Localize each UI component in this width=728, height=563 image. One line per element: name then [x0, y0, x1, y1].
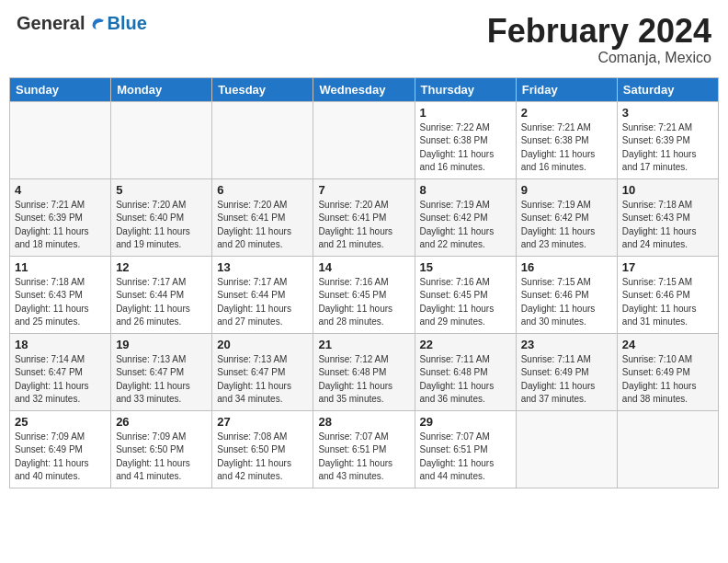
day-number: 25	[15, 415, 106, 429]
calendar-cell: 12Sunrise: 7:17 AM Sunset: 6:44 PM Dayli…	[111, 256, 212, 333]
calendar-cell: 16Sunrise: 7:15 AM Sunset: 6:46 PM Dayli…	[516, 256, 617, 333]
day-number: 4	[15, 183, 106, 197]
calendar-cell	[111, 101, 212, 178]
day-info: Sunrise: 7:20 AM Sunset: 6:40 PM Dayligh…	[116, 199, 207, 252]
day-number: 3	[622, 106, 713, 120]
calendar-cell: 5Sunrise: 7:20 AM Sunset: 6:40 PM Daylig…	[111, 178, 212, 256]
day-info: Sunrise: 7:09 AM Sunset: 6:50 PM Dayligh…	[116, 431, 207, 484]
day-info: Sunrise: 7:18 AM Sunset: 6:43 PM Dayligh…	[15, 276, 106, 329]
calendar-cell: 24Sunrise: 7:10 AM Sunset: 6:49 PM Dayli…	[617, 333, 718, 410]
logo-bird-icon	[86, 14, 107, 34]
month-year-title: February 2024	[487, 13, 711, 50]
day-info: Sunrise: 7:19 AM Sunset: 6:42 PM Dayligh…	[521, 199, 612, 252]
calendar-cell: 15Sunrise: 7:16 AM Sunset: 6:45 PM Dayli…	[415, 256, 516, 333]
day-info: Sunrise: 7:14 AM Sunset: 6:47 PM Dayligh…	[15, 353, 106, 407]
day-info: Sunrise: 7:13 AM Sunset: 6:47 PM Dayligh…	[116, 353, 207, 407]
calendar-cell: 14Sunrise: 7:16 AM Sunset: 6:45 PM Dayli…	[313, 256, 415, 333]
day-info: Sunrise: 7:07 AM Sunset: 6:51 PM Dayligh…	[318, 431, 409, 484]
day-number: 26	[116, 415, 207, 429]
calendar-cell	[313, 101, 415, 178]
location-subtitle: Comanja, Mexico	[487, 50, 711, 66]
page-header: General Blue February 2024 Comanja, Mexi…	[9, 9, 719, 70]
day-number: 5	[116, 183, 207, 197]
day-info: Sunrise: 7:20 AM Sunset: 6:41 PM Dayligh…	[217, 199, 308, 252]
calendar-cell: 3Sunrise: 7:21 AM Sunset: 6:39 PM Daylig…	[617, 101, 718, 178]
day-number: 20	[217, 338, 308, 351]
day-info: Sunrise: 7:16 AM Sunset: 6:45 PM Dayligh…	[318, 276, 409, 329]
calendar-cell: 13Sunrise: 7:17 AM Sunset: 6:44 PM Dayli…	[212, 256, 313, 333]
calendar-cell: 20Sunrise: 7:13 AM Sunset: 6:47 PM Dayli…	[212, 333, 313, 410]
calendar-cell: 10Sunrise: 7:18 AM Sunset: 6:43 PM Dayli…	[617, 178, 718, 256]
day-info: Sunrise: 7:11 AM Sunset: 6:49 PM Dayligh…	[521, 353, 612, 407]
day-number: 28	[318, 415, 409, 429]
day-number: 27	[217, 415, 308, 429]
weekday-header-saturday: Saturday	[617, 77, 718, 101]
day-number: 23	[521, 338, 612, 351]
day-number: 24	[622, 338, 713, 351]
calendar-cell: 7Sunrise: 7:20 AM Sunset: 6:41 PM Daylig…	[313, 178, 415, 256]
day-number: 11	[15, 260, 106, 274]
weekday-header-thursday: Thursday	[415, 77, 516, 101]
logo: General Blue	[17, 13, 147, 34]
calendar-cell: 17Sunrise: 7:15 AM Sunset: 6:46 PM Dayli…	[617, 256, 718, 333]
logo-general: General	[17, 13, 85, 34]
day-info: Sunrise: 7:18 AM Sunset: 6:43 PM Dayligh…	[622, 199, 713, 252]
calendar-week-row: 25Sunrise: 7:09 AM Sunset: 6:49 PM Dayli…	[10, 410, 719, 488]
day-number: 12	[116, 260, 207, 274]
day-number: 19	[116, 338, 207, 351]
day-number: 2	[521, 106, 612, 120]
day-info: Sunrise: 7:15 AM Sunset: 6:46 PM Dayligh…	[622, 276, 713, 329]
day-number: 7	[318, 183, 409, 197]
day-info: Sunrise: 7:17 AM Sunset: 6:44 PM Dayligh…	[116, 276, 207, 329]
calendar-cell: 11Sunrise: 7:18 AM Sunset: 6:43 PM Dayli…	[10, 256, 111, 333]
calendar-cell: 1Sunrise: 7:22 AM Sunset: 6:38 PM Daylig…	[415, 101, 516, 178]
calendar-body: 1Sunrise: 7:22 AM Sunset: 6:38 PM Daylig…	[10, 101, 719, 488]
day-info: Sunrise: 7:09 AM Sunset: 6:49 PM Dayligh…	[15, 431, 106, 484]
day-number: 18	[15, 338, 106, 351]
weekday-header-tuesday: Tuesday	[212, 77, 313, 101]
calendar-cell: 25Sunrise: 7:09 AM Sunset: 6:49 PM Dayli…	[10, 410, 111, 488]
calendar-cell: 2Sunrise: 7:21 AM Sunset: 6:38 PM Daylig…	[516, 101, 617, 178]
day-number: 13	[217, 260, 308, 274]
calendar-week-row: 11Sunrise: 7:18 AM Sunset: 6:43 PM Dayli…	[10, 256, 719, 333]
day-info: Sunrise: 7:07 AM Sunset: 6:51 PM Dayligh…	[420, 431, 511, 484]
weekday-header-sunday: Sunday	[10, 77, 111, 101]
calendar-cell: 29Sunrise: 7:07 AM Sunset: 6:51 PM Dayli…	[415, 410, 516, 488]
day-info: Sunrise: 7:20 AM Sunset: 6:41 PM Dayligh…	[318, 199, 409, 252]
calendar-week-row: 1Sunrise: 7:22 AM Sunset: 6:38 PM Daylig…	[10, 101, 719, 178]
calendar-cell: 26Sunrise: 7:09 AM Sunset: 6:50 PM Dayli…	[111, 410, 212, 488]
day-number: 8	[420, 183, 511, 197]
calendar-cell: 28Sunrise: 7:07 AM Sunset: 6:51 PM Dayli…	[313, 410, 415, 488]
day-info: Sunrise: 7:12 AM Sunset: 6:48 PM Dayligh…	[318, 353, 409, 407]
day-number: 14	[318, 260, 409, 274]
calendar-cell	[212, 101, 313, 178]
calendar-cell: 8Sunrise: 7:19 AM Sunset: 6:42 PM Daylig…	[415, 178, 516, 256]
day-number: 22	[420, 338, 511, 351]
day-info: Sunrise: 7:15 AM Sunset: 6:46 PM Dayligh…	[521, 276, 612, 329]
weekday-header-friday: Friday	[516, 77, 617, 101]
day-info: Sunrise: 7:10 AM Sunset: 6:49 PM Dayligh…	[622, 353, 713, 407]
day-info: Sunrise: 7:21 AM Sunset: 6:39 PM Dayligh…	[15, 199, 106, 252]
calendar-cell	[10, 101, 111, 178]
day-number: 16	[521, 260, 612, 274]
day-info: Sunrise: 7:22 AM Sunset: 6:38 PM Dayligh…	[420, 121, 511, 175]
calendar-cell: 23Sunrise: 7:11 AM Sunset: 6:49 PM Dayli…	[516, 333, 617, 410]
calendar-week-row: 4Sunrise: 7:21 AM Sunset: 6:39 PM Daylig…	[10, 178, 719, 256]
day-number: 21	[318, 338, 409, 351]
weekday-header-row: SundayMondayTuesdayWednesdayThursdayFrid…	[10, 77, 719, 101]
title-section: February 2024 Comanja, Mexico	[487, 13, 711, 66]
day-info: Sunrise: 7:13 AM Sunset: 6:47 PM Dayligh…	[217, 353, 308, 407]
calendar-week-row: 18Sunrise: 7:14 AM Sunset: 6:47 PM Dayli…	[10, 333, 719, 410]
day-info: Sunrise: 7:16 AM Sunset: 6:45 PM Dayligh…	[420, 276, 511, 329]
weekday-header-wednesday: Wednesday	[313, 77, 415, 101]
calendar-cell: 22Sunrise: 7:11 AM Sunset: 6:48 PM Dayli…	[415, 333, 516, 410]
calendar-table: SundayMondayTuesdayWednesdayThursdayFrid…	[9, 77, 719, 488]
calendar-cell: 27Sunrise: 7:08 AM Sunset: 6:50 PM Dayli…	[212, 410, 313, 488]
day-info: Sunrise: 7:08 AM Sunset: 6:50 PM Dayligh…	[217, 431, 308, 484]
calendar-cell: 19Sunrise: 7:13 AM Sunset: 6:47 PM Dayli…	[111, 333, 212, 410]
day-number: 29	[420, 415, 511, 429]
day-info: Sunrise: 7:21 AM Sunset: 6:39 PM Dayligh…	[622, 121, 713, 175]
day-number: 10	[622, 183, 713, 197]
calendar-cell: 18Sunrise: 7:14 AM Sunset: 6:47 PM Dayli…	[10, 333, 111, 410]
day-info: Sunrise: 7:17 AM Sunset: 6:44 PM Dayligh…	[217, 276, 308, 329]
